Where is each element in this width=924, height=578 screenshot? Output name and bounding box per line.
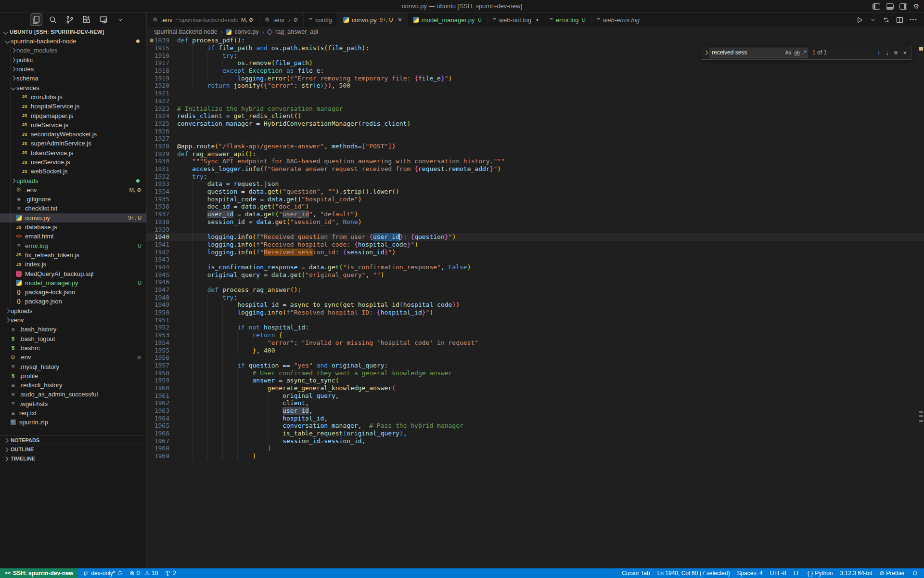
- tree-file-userService.js[interactable]: JSuserService.js: [0, 158, 146, 167]
- tree-file-.env[interactable]: ⚙.envM, ⊘: [0, 185, 146, 195]
- remote-explorer-icon[interactable]: [97, 13, 110, 26]
- regex-icon[interactable]: .*: [801, 50, 808, 55]
- code-line[interactable]: 1947 def process_rag_answer():: [147, 286, 924, 294]
- code-line[interactable]: 1950 logging.info(f"Resolved hospital ID…: [147, 309, 924, 316]
- code-line[interactable]: 1949 hospital_id = async_to_sync(get_hos…: [147, 301, 924, 309]
- tree-file-.gitignore[interactable]: ◈.gitignore: [0, 195, 146, 204]
- code-line[interactable]: 1967 session_id=session_id,: [147, 437, 924, 445]
- code-line[interactable]: 1940 logging.info(f"Received question fr…: [147, 233, 924, 241]
- tree-file-req.txt[interactable]: ≡req.txt: [0, 408, 146, 418]
- code-line[interactable]: 1931 access_logger.info(f"Generate answe…: [147, 165, 924, 173]
- code-line[interactable]: 1955 }, 400: [147, 347, 924, 355]
- code-line[interactable]: 1939: [147, 226, 924, 234]
- tree-folder-services[interactable]: services: [0, 83, 146, 92]
- status-item-python[interactable]: { }Python: [808, 570, 833, 577]
- sidebar-section-outline[interactable]: OUTLINE: [0, 445, 146, 454]
- breadcrumb-item[interactable]: rag_answer_api: [275, 28, 318, 35]
- tree-file-tokenService.js[interactable]: JStokenService.js: [0, 148, 146, 158]
- tree-folder-schema[interactable]: schema: [0, 74, 146, 83]
- tree-file-spurrin.zip[interactable]: spurrin.zip: [0, 418, 146, 427]
- tab-.env[interactable]: ⚙.env./⊘: [259, 13, 304, 27]
- tree-file-database.js[interactable]: JSdatabase.js: [0, 223, 146, 232]
- status-item-lf[interactable]: LF: [794, 570, 800, 577]
- status-item-3-12-3-64-bit[interactable]: 3.12.3 64-bit: [840, 570, 873, 577]
- search-icon[interactable]: [47, 13, 59, 26]
- tree-file-nlpqamapper.js[interactable]: JSnlpqamapper.js: [0, 111, 146, 120]
- code-line[interactable]: 1966 is_table_request(original_query),: [147, 430, 924, 437]
- status-item-tower[interactable]: 2: [165, 570, 176, 577]
- code-line[interactable]: 1933 data = request.json: [147, 180, 924, 188]
- code-line[interactable]: 1951: [147, 316, 924, 324]
- code-line[interactable]: 1919 logging.error(f"Error removing temp…: [147, 75, 924, 82]
- whole-word-icon[interactable]: ab: [793, 50, 801, 55]
- tree-folder-public[interactable]: public: [0, 55, 146, 65]
- explorer-section-header[interactable]: UBUNTU [SSH: SPURRIN-DEV-NEW]: [0, 27, 146, 37]
- code-line[interactable]: 1926: [147, 128, 924, 135]
- tree-file-.wget-hsts[interactable]: ≡.wget-hsts: [0, 399, 146, 408]
- code-line[interactable]: 1918 except Exception as file_e:: [147, 67, 924, 75]
- tree-file-roleService.js[interactable]: JSroleService.js: [0, 120, 146, 130]
- next-match-icon[interactable]: ↓: [886, 49, 889, 56]
- code-line[interactable]: 1943: [147, 256, 924, 263]
- sidebar-section-timeline[interactable]: TIMELINE: [0, 454, 146, 463]
- code-line[interactable]: 1934 question = data.get("question", "")…: [147, 188, 924, 196]
- tree-folder-uploads[interactable]: uploads: [0, 176, 146, 185]
- status-item-bell[interactable]: [912, 570, 918, 577]
- status-item-spaces-4[interactable]: Spaces: 4: [737, 570, 762, 577]
- tree-file-MedQueryAI_backup.sql[interactable]: MedQueryAI_backup.sql: [0, 269, 146, 278]
- sidebar-section-notepads[interactable]: NOTEPADS: [0, 435, 146, 445]
- code-line[interactable]: 1956: [147, 354, 924, 362]
- layout-sidebar-left-icon[interactable]: [873, 3, 880, 10]
- match-case-icon[interactable]: Aa: [783, 50, 793, 55]
- status-item-error[interactable]: ⊗0⚠18: [129, 570, 158, 577]
- tree-file-convo.py[interactable]: convo.py9+, U: [0, 213, 146, 223]
- find-input[interactable]: [710, 49, 783, 56]
- tree-file-email.html[interactable]: <>email.html: [0, 232, 146, 241]
- tree-folder-venv[interactable]: venv: [0, 315, 146, 325]
- toggle-replace-icon[interactable]: [702, 51, 709, 54]
- code-line[interactable]: 1929def rag_answer_api():: [147, 150, 924, 158]
- code-line[interactable]: 1958 # User confirmed they want a genera…: [147, 369, 924, 377]
- more-chevron-icon[interactable]: [114, 13, 127, 26]
- code-line[interactable]: 1930 """Sync API endpoint for RAG-based …: [147, 158, 924, 165]
- code-line[interactable]: 1954 "error": "Invalid or missing 'hospi…: [147, 339, 924, 347]
- close-icon[interactable]: ×: [903, 49, 907, 56]
- tree-file-.mysql_history[interactable]: ≡.mysql_history: [0, 362, 146, 371]
- previous-match-icon[interactable]: ↑: [877, 49, 881, 56]
- tab-web-error.log[interactable]: ≡web-error.log: [591, 13, 645, 27]
- tab-model_manager.py[interactable]: model_manager.pyU: [408, 13, 488, 27]
- tab-config[interactable]: ≡config: [304, 13, 338, 27]
- explorer-icon[interactable]: [30, 13, 42, 26]
- tree-file-fix_refresh_token.js[interactable]: JSfix_refresh_token.js: [0, 250, 146, 260]
- tree-file-hospitalService.js[interactable]: JShospitalService.js: [0, 102, 146, 111]
- code-line[interactable]: 1944 is_confirmation_response = data.get…: [147, 263, 924, 271]
- tree-file-index.js[interactable]: JSindex.js: [0, 260, 146, 269]
- tree-file-cronJobs.js[interactable]: JScronJobs.js: [0, 92, 146, 102]
- tree-file-.bash_logout[interactable]: $.bash_logout: [0, 334, 146, 343]
- tab-.env[interactable]: ⚙.env~/spurrinai-backend-nodeM, ⊘: [147, 13, 259, 27]
- tree-file-model_manager.py[interactable]: model_manager.pyU: [0, 278, 146, 288]
- code-line[interactable]: 1962 client,: [147, 399, 924, 407]
- run-button[interactable]: [856, 16, 863, 24]
- code-line[interactable]: 1941 logging.info(f"Received hospital co…: [147, 241, 924, 249]
- code-line[interactable]: 1922: [147, 97, 924, 105]
- tree-file-error.log[interactable]: ≡error.logU: [0, 241, 146, 250]
- tree-file-.sudo_as_admin_successful[interactable]: ≡.sudo_as_admin_successful: [0, 390, 146, 399]
- split-editor-icon[interactable]: [896, 16, 903, 24]
- layout-sidebar-right-icon[interactable]: [899, 3, 907, 10]
- code-line[interactable]: 1964 hospital_id,: [147, 415, 924, 422]
- code-line[interactable]: 1928@app.route("/flask-api/generate-answ…: [147, 143, 924, 150]
- code-line[interactable]: 1961 original_query,: [147, 392, 924, 400]
- code-line[interactable]: 1921: [147, 90, 924, 97]
- tab-web-out.log[interactable]: ≡web-out.log●: [488, 13, 544, 27]
- settings-gear-icon[interactable]: ⚙: [913, 3, 919, 10]
- sticky-scroll-line[interactable]: 1839def process_pdf():: [147, 37, 924, 44]
- tree-file-webSocket.js[interactable]: JSwebSocket.js: [0, 167, 146, 176]
- run-dropdown-chevron-icon[interactable]: [870, 16, 876, 23]
- tree-file-.rediscli_history[interactable]: ≡.rediscli_history: [0, 381, 146, 390]
- code-line[interactable]: 1920 return jsonify({"error": str(e)}), …: [147, 82, 924, 90]
- extensions-icon[interactable]: [80, 13, 93, 26]
- code-line[interactable]: 1932 try:: [147, 173, 924, 181]
- code-line[interactable]: 1953 return {: [147, 331, 924, 339]
- code-line[interactable]: 1948 try:: [147, 294, 924, 302]
